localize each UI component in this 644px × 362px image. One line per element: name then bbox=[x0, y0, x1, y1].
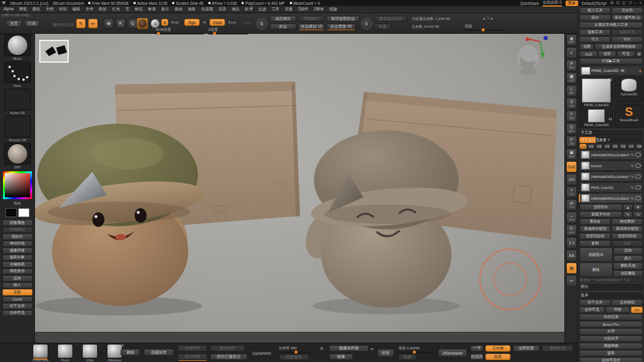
menu-item[interactable]: 画笔 bbox=[19, 7, 27, 12]
quick-brush[interactable]: Inflat bbox=[81, 344, 99, 362]
menu-item[interactable]: 变换 bbox=[285, 7, 293, 12]
menu-item[interactable]: 编辑 bbox=[72, 7, 80, 12]
menu-item[interactable]: 绘制 bbox=[59, 7, 67, 12]
sculptris-pro-icon[interactable]: S bbox=[256, 18, 267, 30]
rotate-doc-icon[interactable]: ↻ 旋转 bbox=[566, 224, 577, 236]
menu-item[interactable]: 过滤 bbox=[258, 7, 266, 12]
lowest-subdiv-button[interactable]: 最低细分级别 bbox=[579, 226, 611, 232]
polypaint-icon[interactable]: ✎ bbox=[631, 185, 634, 189]
duplicate-button[interactable]: 创建副本 bbox=[579, 247, 613, 262]
home-button[interactable]: 主页 bbox=[6, 20, 22, 27]
left-custom-button[interactable]: 提取对象 bbox=[2, 255, 33, 261]
close-icon[interactable]: × bbox=[639, 1, 642, 5]
move-up-icon[interactable]: ▲ bbox=[623, 204, 633, 211]
menu-item[interactable]: 首选项 bbox=[201, 7, 213, 12]
current-material[interactable]: 295 bbox=[4, 143, 31, 169]
folder-move-icon[interactable]: ↪ bbox=[633, 211, 643, 218]
ghost-icon[interactable]: G 幽灵 bbox=[566, 123, 577, 135]
merge-similar-button[interactable]: 合并相似 bbox=[611, 299, 643, 306]
dynamic-subdiv-button[interactable]: 动态细分 bbox=[270, 16, 296, 22]
menu-item[interactable]: 图层 bbox=[99, 7, 107, 12]
goz-r-button[interactable]: R bbox=[636, 51, 643, 57]
left-custom-button[interactable]: Cust2 bbox=[2, 296, 33, 303]
active-tool-row[interactable]: PM3D_Cube303. 48 ▾ bbox=[579, 66, 643, 75]
zr-half-button[interactable]: 一半 bbox=[470, 345, 483, 352]
menu-item[interactable]: Alpha bbox=[4, 7, 14, 12]
subtool-thumbnail[interactable] bbox=[581, 183, 590, 191]
goz-all-button[interactable]: 全部 bbox=[598, 51, 616, 57]
subtool-view-tab[interactable]: V4 bbox=[604, 144, 611, 149]
248b96a8824052e1bc9bbd7e[interactable]: 248b96a8824052e1bc9bbd7e ✎ bbox=[579, 193, 643, 203]
edit-mode-icon[interactable]: ✎ bbox=[76, 19, 86, 28]
menu-item[interactable]: 工具 bbox=[272, 7, 279, 12]
current-texture[interactable]: Texture Off bbox=[4, 116, 31, 142]
crease-button[interactable]: 折边 bbox=[270, 24, 296, 30]
dynamesh-label[interactable]: Dynamesh bbox=[252, 351, 271, 355]
mirror-button[interactable]: 镜像 bbox=[329, 354, 353, 360]
tool-menu-arrow-icon[interactable]: ▾ bbox=[639, 69, 641, 73]
left-custom-button[interactable]: 向下合并 bbox=[2, 303, 33, 310]
zsub-button[interactable]: Zsub bbox=[228, 21, 236, 24]
thickness-slider[interactable]: 厚度 0.00456 bbox=[398, 346, 435, 353]
load-from-project-button[interactable]: 从项目文件载入工具 bbox=[579, 22, 643, 28]
scroll-doc-icon[interactable]: ⇄ 滚动 bbox=[566, 199, 577, 211]
symmetry-icon[interactable]: S 对称 bbox=[566, 98, 577, 109]
help-icon[interactable]: ? bbox=[487, 16, 489, 21]
delete-other-button[interactable]: 删除其他 bbox=[613, 262, 643, 270]
menu-item[interactable]: 移动 bbox=[174, 7, 182, 12]
load-tool-button[interactable]: 载入工具 bbox=[579, 7, 611, 14]
lightbox-button[interactable]: 灯箱 bbox=[24, 20, 40, 27]
PM3D_Cube303[interactable]: PM3D_Cube303 ✎ bbox=[579, 182, 643, 192]
primary-color-swatch[interactable] bbox=[5, 208, 17, 217]
rgb-button[interactable]: Rgb bbox=[184, 19, 200, 26]
menu-item[interactable]: 标记 bbox=[135, 7, 142, 12]
merge-section-button[interactable]: 分割对齐 bbox=[579, 335, 643, 342]
transparency-icon[interactable]: T 透明 bbox=[566, 110, 577, 122]
left-custom-button[interactable]: 合并可见 bbox=[2, 310, 33, 317]
left-custom-button[interactable]: 绘制图层 bbox=[2, 227, 33, 233]
color-picker-square[interactable] bbox=[5, 173, 30, 197]
make-polymesh-button[interactable]: 生成多边形网格物体 bbox=[595, 43, 643, 50]
merge-section-button[interactable]: 布尔运算 bbox=[579, 314, 643, 320]
new-folder-button[interactable]: 新建文件夹 bbox=[579, 211, 622, 218]
move-down-icon[interactable]: ▼ bbox=[633, 204, 643, 211]
crease-level-slider[interactable]: 折边级别 15 bbox=[298, 24, 325, 30]
color-picker[interactable] bbox=[3, 171, 32, 199]
merge-section-button[interactable]: 对齐 bbox=[579, 328, 643, 335]
perspective-icon[interactable]: P 透视 bbox=[566, 60, 577, 71]
append-button[interactable]: 追加 bbox=[613, 247, 643, 255]
zscript-name[interactable]: DefaultZScript bbox=[582, 1, 607, 5]
visibility-eye-icon[interactable] bbox=[635, 164, 641, 168]
zr-geometry-button[interactable]: 几何体 bbox=[485, 345, 511, 352]
floor-grid-icon[interactable]: ▦ 地面 bbox=[566, 72, 577, 84]
weld-button[interactable]: 焊接 bbox=[605, 306, 631, 313]
delete-quick-button[interactable]: 删除 bbox=[121, 349, 140, 356]
quick-pick-item[interactable]: Cylinder3D bbox=[614, 77, 643, 103]
polypaint-icon[interactable]: ✎ bbox=[631, 164, 634, 168]
zr-project-all-button[interactable]: 全部投影 bbox=[513, 345, 540, 352]
menu-item[interactable]: 缩放 bbox=[330, 7, 337, 12]
scale-mode-icon[interactable]: ⇱ bbox=[116, 19, 126, 28]
save-as-button[interactable]: 另存为 bbox=[611, 7, 643, 14]
merge-section-button[interactable]: 提取 bbox=[579, 350, 643, 357]
subtool-visible-count-slider[interactable]: 子工具可见数量 7 bbox=[579, 137, 643, 143]
menu-item[interactable]: 拾取 bbox=[188, 7, 196, 12]
visibility-eye-icon[interactable] bbox=[635, 196, 641, 200]
quick-pick-item[interactable]: 12 PM3D_Cube303 PM3D_Cube303 12 bbox=[579, 77, 613, 128]
secondary-color-swatch[interactable] bbox=[18, 208, 30, 217]
aa-half-icon[interactable]: AA bbox=[566, 250, 577, 261]
brush-folder-icon[interactable]: ▤ bbox=[566, 262, 577, 274]
polypaint-icon[interactable]: ✎ bbox=[631, 174, 634, 179]
render-pass-icon[interactable]: ◐ bbox=[566, 47, 577, 59]
menu-item[interactable]: 纹理 bbox=[245, 7, 253, 12]
copy-tool-button[interactable]: 复制工具 bbox=[579, 29, 611, 36]
rgb-intensity-slider[interactable]: RGB强度 bbox=[156, 27, 204, 34]
zoom-doc-icon[interactable]: + 缩放 bbox=[566, 186, 577, 198]
merge-visible-button[interactable]: 合并可见 bbox=[579, 306, 605, 313]
gradient-sphere-icon[interactable]: S bbox=[151, 19, 159, 28]
m-button[interactable]: M bbox=[203, 21, 206, 24]
local-transform-icon[interactable]: L 局部 bbox=[566, 85, 577, 97]
next-doc-icon[interactable]: ▸ bbox=[491, 16, 493, 21]
highest-subdiv-button[interactable]: 最高细分级别 bbox=[611, 226, 643, 232]
online-help-button[interactable]: 在线说明 0 bbox=[543, 0, 561, 7]
